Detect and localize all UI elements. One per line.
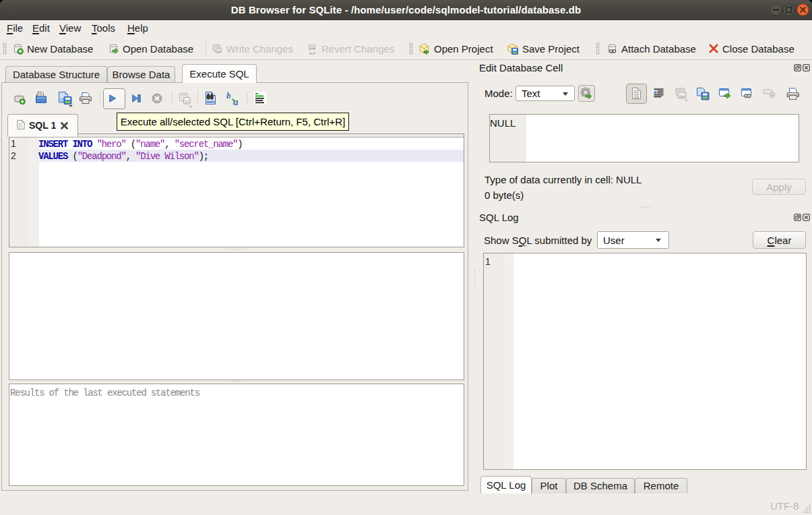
svg-text:b: b (226, 91, 231, 100)
